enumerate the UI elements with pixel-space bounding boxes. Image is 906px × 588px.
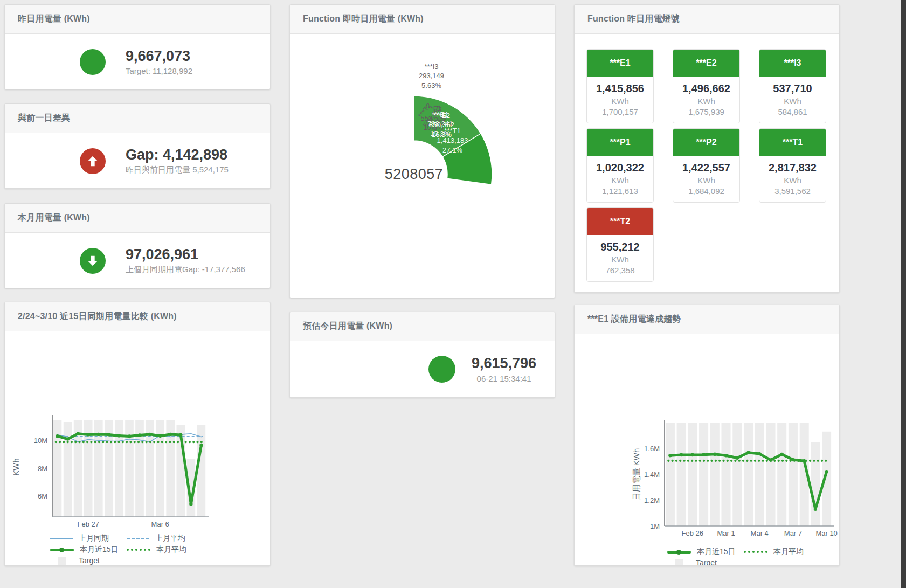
svg-text:KWh: KWh <box>11 458 20 476</box>
panel-body: Gap: 4,142,898 昨日與前日用電量 5,524,175 <box>5 133 270 189</box>
svg-text:Mar 10: Mar 10 <box>815 529 837 537</box>
legend-item-prev-month-avg[interactable]: 上月平均 <box>127 534 203 543</box>
tile-status-header: ***I3 <box>759 50 826 77</box>
svg-text:Feb 27: Feb 27 <box>77 520 99 528</box>
donut-slice-label: ***I3293,1495.63% <box>419 62 444 91</box>
green-dotted-swatch-icon <box>744 551 767 553</box>
tile-unit: KWh <box>759 176 826 185</box>
blue-line-swatch-icon <box>50 538 73 539</box>
panel-yesterday-usage: 昨日用電量 (KWh) 9,667,073 Target: 11,128,992 <box>4 4 271 89</box>
panel-header: 本月用電量 (KWh) <box>5 204 270 233</box>
panel-title: 2/24~3/10 近15日同期用電量比較 (KWh) <box>18 311 177 322</box>
panel-title: Function 即時日用電量 (KWh) <box>303 13 424 25</box>
panel-title: ***E1 設備用電達成趨勢 <box>587 314 681 325</box>
tile-target: 1,121,613 <box>587 186 653 196</box>
legend-item-target[interactable]: Target <box>50 556 127 565</box>
tile-status-header: ***P1 <box>587 129 653 156</box>
panel-15day-compare: 2/24~3/10 近15日同期用電量比較 (KWh) 6M8M10MFeb 2… <box>4 302 271 566</box>
panel-header: 昨日用電量 (KWh) <box>5 5 270 34</box>
panel-gap-prev-day: 與前一日差異 Gap: 4,142,898 昨日與前日用電量 5,524,175 <box>4 103 271 189</box>
estimate-today-timestamp: 06-21 15:34:41 <box>472 374 536 383</box>
tile-value: 955,212 <box>587 241 653 253</box>
estimate-today-value: 9,615,796 <box>472 355 536 372</box>
svg-text:Feb 26: Feb 26 <box>682 529 703 537</box>
panel-header: ***E1 設備用電達成趨勢 <box>575 305 839 334</box>
tile-unit: KWh <box>587 96 653 106</box>
tile-body: 1,422,557KWh1,684,092 <box>673 156 739 202</box>
tile-value: 1,496,662 <box>673 82 739 95</box>
light-tile: ***E21,496,662KWh1,675,939 <box>673 49 740 123</box>
tile-body: 1,415,856KWh1,700,157 <box>587 77 653 123</box>
donut-chart-plot: ***T11,413,18327.1%***I3293,1495.63%***T… <box>336 96 492 252</box>
svg-text:10M: 10M <box>34 437 47 445</box>
tile-target: 1,684,092 <box>673 186 739 196</box>
donut-center-total: 5208057 <box>385 166 444 183</box>
legend-item-this-month[interactable]: 本月近15日 <box>50 545 127 555</box>
e1-trend-chart-plot: 1M1.2M1.4M1.6MFeb 26Mar 1Mar 4Mar 7Mar 1… <box>575 334 839 565</box>
tile-status-header: ***P2 <box>673 129 739 156</box>
svg-text:Mar 6: Mar 6 <box>151 520 169 528</box>
tile-body: 955,212KWh762,358 <box>587 235 653 281</box>
tile-value: 537,710 <box>759 82 826 95</box>
panel-body: 9,615,796 06-21 15:34:41 <box>290 341 555 397</box>
legend-item-prev-month[interactable]: 上月同期 <box>50 534 127 543</box>
arrow-down-icon <box>80 248 106 274</box>
gap-sub: 昨日與前日用電量 5,524,175 <box>126 165 229 175</box>
panel-title: 預估今日用電量 (KWh) <box>303 321 392 332</box>
scrollbar[interactable] <box>901 0 906 588</box>
donut-chart: ***T11,413,18327.1%***I3293,1495.63%***T… <box>290 34 555 298</box>
legend-item-this-month-avg[interactable]: 本月平均 <box>127 545 203 555</box>
gap-value: Gap: 4,142,898 <box>126 147 229 163</box>
tile-target: 762,358 <box>587 266 653 275</box>
panel-yesterday-lights: Function 昨日用電燈號 ***E11,415,856KWh1,700,1… <box>574 4 840 293</box>
tile-body: 537,710KWh584,861 <box>759 77 826 123</box>
tile-value: 1,422,557 <box>673 162 739 174</box>
light-tile: ***T2955,212KWh762,358 <box>586 207 654 282</box>
light-tile: ***T12,817,832KWh3,591,562 <box>759 128 826 203</box>
panel-header: Function 即時日用電量 (KWh) <box>290 5 555 34</box>
e1-trend-chart: 1M1.2M1.4M1.6MFeb 26Mar 1Mar 4Mar 7Mar 1… <box>575 334 839 565</box>
tile-value: 1,415,856 <box>587 82 653 95</box>
panel-header: 預估今日用電量 (KWh) <box>290 312 555 341</box>
svg-text:Mar 7: Mar 7 <box>784 529 802 537</box>
light-tile: ***E11,415,856KWh1,700,157 <box>586 49 654 123</box>
target-bar-swatch-icon <box>675 559 683 566</box>
tile-unit: KWh <box>673 176 739 185</box>
arrow-up-icon <box>80 148 106 174</box>
panel-body: 9,667,073 Target: 11,128,992 <box>5 34 270 89</box>
svg-text:Mar 1: Mar 1 <box>717 529 735 537</box>
tile-target: 3,591,562 <box>759 186 826 196</box>
yesterday-usage-target: Target: 11,128,992 <box>126 66 192 75</box>
svg-text:1.2M: 1.2M <box>644 496 660 504</box>
svg-text:1.4M: 1.4M <box>644 471 660 479</box>
tile-status-header: ***T1 <box>759 129 826 156</box>
svg-text:1M: 1M <box>650 522 660 530</box>
green-dotted-swatch-icon <box>127 549 150 551</box>
blue-dashed-swatch-icon <box>127 538 149 539</box>
svg-text:8M: 8M <box>38 465 47 473</box>
panel-function-realtime-donut: Function 即時日用電量 (KWh) ***T11,413,18327.1… <box>289 4 555 298</box>
legend-item-this-month[interactable]: 本月近15日 <box>667 547 744 557</box>
panel-header: Function 昨日用電燈號 <box>575 5 839 34</box>
tile-value: 1,020,322 <box>587 162 653 174</box>
yesterday-usage-value: 9,667,073 <box>126 48 192 65</box>
target-bar-swatch-icon <box>58 557 66 565</box>
lights-grid: ***E11,415,856KWh1,700,157***E21,496,662… <box>575 34 839 282</box>
legend-item-target[interactable]: Target <box>667 558 744 566</box>
tile-value: 2,817,832 <box>759 162 826 174</box>
panel-header: 與前一日差異 <box>5 104 270 133</box>
green-status-circle-icon <box>428 356 455 383</box>
panel-title: 與前一日差異 <box>18 113 70 124</box>
light-tile: ***P21,422,557KWh1,684,092 <box>673 128 740 203</box>
compare-chart-plot: 6M8M10MFeb 27Mar 6KWh <box>5 331 270 565</box>
donut-slice-label: ***E2850,36216.3% <box>429 110 454 139</box>
panel-title: 昨日用電量 (KWh) <box>18 13 90 25</box>
tile-target: 1,675,939 <box>673 107 739 116</box>
month-usage-gap: 上個月同期用電Gap: -17,377,566 <box>126 265 245 275</box>
tile-target: 584,861 <box>759 107 826 116</box>
e1-trend-legend: 本月近15日 本月平均 Target <box>667 547 820 566</box>
svg-text:日用電量 KWh: 日用電量 KWh <box>632 448 641 501</box>
legend-item-this-month-avg[interactable]: 本月平均 <box>744 547 820 557</box>
tile-unit: KWh <box>587 255 653 264</box>
green-line-swatch-icon <box>50 549 74 551</box>
